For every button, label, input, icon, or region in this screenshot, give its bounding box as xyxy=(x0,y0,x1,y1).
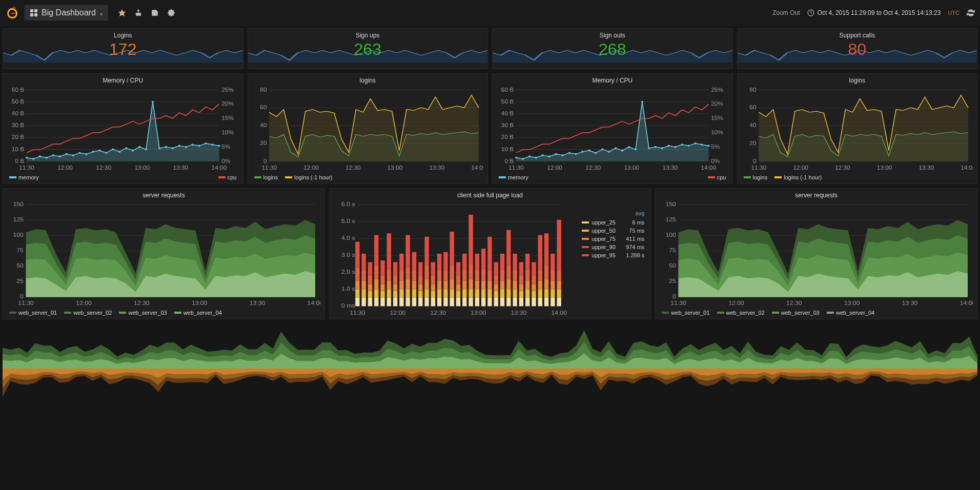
svg-rect-329 xyxy=(506,266,511,279)
svg-point-63 xyxy=(185,146,187,148)
singlestat-support-calls[interactable]: Support calls 80 xyxy=(737,28,978,69)
svg-text:80: 80 xyxy=(749,87,756,92)
panel-title: Sign outs xyxy=(600,29,625,40)
chart-area[interactable]: 02040608011:3012:0012:3013:0013:3014:00 xyxy=(738,85,977,172)
svg-text:11:30: 11:30 xyxy=(751,165,766,170)
panel-overview[interactable] xyxy=(3,323,977,405)
share-icon[interactable] xyxy=(135,9,142,16)
svg-point-128 xyxy=(608,151,610,153)
panel-logins[interactable]: logins 02040608011:3012:0012:3013:0013:3… xyxy=(248,73,488,184)
svg-rect-287 xyxy=(456,291,460,298)
svg-text:14:00: 14:00 xyxy=(701,165,717,170)
svg-rect-304 xyxy=(475,271,479,281)
legend-item[interactable]: upper_75 411 ms xyxy=(580,235,646,243)
svg-rect-341 xyxy=(525,298,529,307)
svg-text:20%: 20% xyxy=(711,101,723,107)
svg-text:13:30: 13:30 xyxy=(511,310,526,316)
panel-server-requests-2[interactable]: server requests 025507510012515011:3012:… xyxy=(655,188,977,319)
svg-rect-364 xyxy=(550,271,555,281)
legend: memory cpu xyxy=(3,172,243,183)
svg-rect-238 xyxy=(393,284,397,291)
legend-item[interactable]: web_server_04 xyxy=(827,310,874,316)
save-icon[interactable] xyxy=(151,9,158,16)
svg-point-61 xyxy=(172,147,174,149)
panel-memory-cpu-2[interactable]: Memory / CPU 0 B10 B20 B30 B40 B50 B60 B… xyxy=(492,73,733,184)
svg-point-58 xyxy=(152,101,154,103)
singlestat-logins[interactable]: Logins 172 xyxy=(3,28,243,69)
svg-rect-306 xyxy=(481,298,485,307)
svg-rect-267 xyxy=(431,291,435,298)
legend-item[interactable]: web_server_03 xyxy=(119,310,167,316)
svg-text:75: 75 xyxy=(16,248,24,253)
svg-rect-230 xyxy=(380,260,384,276)
chart-area[interactable]: 025507510012515011:3012:0012:3013:0013:3… xyxy=(656,200,977,308)
singlestat-sign-outs[interactable]: Sign outs 268 xyxy=(492,28,733,69)
svg-point-132 xyxy=(635,148,637,150)
svg-marker-38 xyxy=(27,102,219,161)
svg-rect-261 xyxy=(424,298,428,307)
legend-item[interactable]: upper_25 6 ms xyxy=(580,218,646,227)
singlestat-sign-ups[interactable]: Sign ups 263 xyxy=(248,28,488,69)
svg-text:13:30: 13:30 xyxy=(902,300,918,306)
svg-text:25: 25 xyxy=(16,278,24,284)
svg-text:13:00: 13:00 xyxy=(876,165,892,170)
legend-item[interactable]: web_server_02 xyxy=(717,310,765,316)
svg-rect-311 xyxy=(487,298,492,307)
svg-rect-347 xyxy=(532,291,536,298)
chart-area[interactable]: 025507510012515011:3012:0012:3013:0013:3… xyxy=(3,200,324,308)
svg-text:0%: 0% xyxy=(221,158,230,164)
svg-text:75: 75 xyxy=(669,248,677,253)
svg-text:0%: 0% xyxy=(711,158,720,164)
legend-item[interactable]: web_server_04 xyxy=(174,310,222,316)
dashboard-selector[interactable]: Big Dashboard ▾ xyxy=(25,5,108,21)
svg-rect-337 xyxy=(519,291,523,298)
time-range-text: Oct 4, 2015 11:29:09 to Oct 4, 2015 14:1… xyxy=(818,9,941,16)
svg-text:40 B: 40 B xyxy=(501,111,514,116)
chart-area[interactable]: 0 B10 B20 B30 B40 B50 B60 B0%5%10%15%20%… xyxy=(3,85,243,172)
refresh-icon[interactable] xyxy=(967,9,975,17)
chart-area[interactable]: 02040608011:3012:0012:3013:0013:3014:00 xyxy=(248,85,488,172)
svg-rect-361 xyxy=(550,298,555,307)
svg-point-68 xyxy=(218,145,220,147)
svg-text:11:30: 11:30 xyxy=(18,300,34,306)
svg-rect-295 xyxy=(462,254,466,271)
svg-rect-346 xyxy=(532,298,536,307)
panel-logins-2[interactable]: logins 02040608011:3012:0012:3013:0013:3… xyxy=(737,73,978,184)
svg-rect-242 xyxy=(399,289,403,298)
zoom-out-button[interactable]: Zoom Out xyxy=(772,9,800,16)
panel-page-load[interactable]: client side full page load 0 ms1.0 s2.0 … xyxy=(329,188,651,319)
svg-text:13:00: 13:00 xyxy=(192,300,208,306)
svg-rect-282 xyxy=(450,289,454,298)
svg-rect-241 xyxy=(399,298,403,307)
svg-point-131 xyxy=(628,146,630,148)
chart-area[interactable] xyxy=(3,323,977,405)
legend-item[interactable]: upper_90 974 ms xyxy=(580,243,646,251)
chart-area[interactable]: 0 ms1.0 s2.0 s3.0 s4.0 s5.0 s6.0 s11:301… xyxy=(330,200,651,318)
chart-area[interactable]: 0 B10 B20 B30 B40 B50 B60 B0%5%10%15%20%… xyxy=(493,85,732,172)
panel-memory-cpu[interactable]: Memory / CPU 0 B10 B20 B30 B40 B50 B60 B… xyxy=(3,73,243,184)
settings-icon[interactable] xyxy=(168,9,175,16)
star-icon[interactable] xyxy=(118,9,126,16)
svg-text:5%: 5% xyxy=(221,144,230,149)
svg-rect-236 xyxy=(393,298,397,307)
svg-rect-250 xyxy=(405,235,410,268)
svg-rect-257 xyxy=(418,291,422,298)
svg-point-139 xyxy=(681,144,683,146)
legend-item[interactable]: web_server_03 xyxy=(772,310,820,316)
svg-rect-219 xyxy=(368,276,372,284)
svg-rect-321 xyxy=(500,298,504,307)
legend-item[interactable]: web_server_02 xyxy=(64,310,112,316)
svg-text:11:30: 11:30 xyxy=(671,300,687,306)
grafana-logo-icon[interactable] xyxy=(5,6,19,20)
svg-rect-216 xyxy=(368,298,372,307)
panel-server-requests[interactable]: server requests 025507510012515011:3012:… xyxy=(3,188,325,319)
svg-text:0 ms: 0 ms xyxy=(341,303,355,309)
svg-text:13:00: 13:00 xyxy=(134,165,150,170)
legend-item[interactable]: upper_95 1.288 s xyxy=(580,251,646,259)
time-range-picker[interactable]: Oct 4, 2015 11:29:09 to Oct 4, 2015 14:1… xyxy=(807,9,941,16)
legend-item[interactable]: web_server_01 xyxy=(9,310,57,316)
svg-rect-355 xyxy=(538,235,542,271)
legend-item[interactable]: web_server_01 xyxy=(662,310,709,316)
svg-rect-307 xyxy=(481,289,485,298)
legend-item[interactable]: upper_50 75 ms xyxy=(580,227,646,235)
